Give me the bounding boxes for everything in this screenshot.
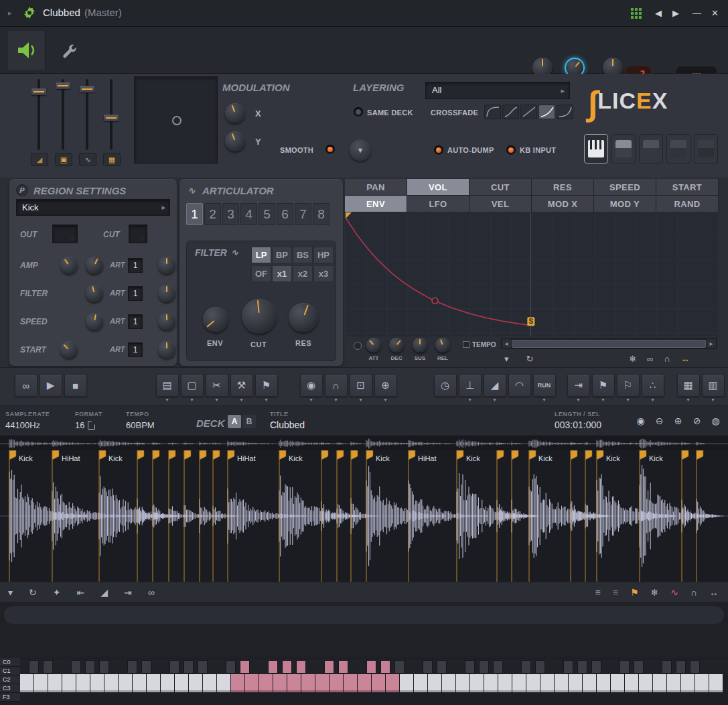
articulator-slot-6[interactable]: 6 [277, 203, 293, 225]
white-key[interactable] [90, 674, 104, 692]
white-key[interactable] [414, 674, 427, 692]
white-key[interactable] [442, 674, 455, 692]
layout-4-button[interactable] [666, 134, 690, 164]
black-key[interactable] [169, 660, 179, 674]
scrollbar-thumb[interactable] [512, 340, 706, 348]
toolbar-add-marker-button[interactable]: ⚑ [592, 374, 615, 397]
black-key[interactable] [71, 660, 81, 674]
toolbar-cut-button[interactable]: ✂ [206, 374, 228, 397]
xy-pad-handle[interactable] [172, 116, 181, 125]
articulator-slot-4[interactable]: 4 [240, 203, 257, 225]
attack-knob[interactable] [366, 338, 381, 352]
refresh-icon[interactable]: ↻ [526, 354, 534, 364]
modulation-y-knob[interactable] [225, 131, 245, 151]
toolbar-declick-menu-arrow[interactable]: ▾ [309, 397, 312, 403]
articulator-slot-7[interactable]: 7 [295, 203, 311, 225]
toolbar-loop-mode-button[interactable]: ∞ [15, 374, 38, 397]
white-key[interactable] [555, 674, 568, 692]
markers-icon[interactable]: ⚑ [630, 585, 639, 600]
slice-list-icon[interactable]: ≡ [595, 585, 601, 600]
envelope-tab-rand[interactable]: RAND [656, 196, 719, 212]
articulator-editor-strip[interactable] [4, 606, 724, 624]
slider-handle[interactable] [80, 86, 94, 92]
toolbar-tools-menu-arrow[interactable]: ▾ [240, 397, 242, 403]
amp-level-knob[interactable] [86, 257, 103, 274]
level-slider[interactable] [55, 79, 71, 150]
white-key[interactable] [119, 674, 132, 692]
tempo-checkbox[interactable] [463, 341, 469, 348]
window-menu-icon[interactable]: ▸ [8, 9, 12, 17]
oversampling-x3-button[interactable]: x3 [313, 265, 334, 282]
toolbar-play-button[interactable]: ▶ [40, 374, 62, 397]
envelope-tab-mod-y[interactable]: MOD Y [594, 196, 656, 212]
white-key[interactable] [358, 674, 371, 692]
toolbar-preview-button[interactable]: ◷ [434, 374, 457, 397]
crossfade-curve-5-button[interactable] [557, 105, 573, 119]
layout-5-button[interactable] [694, 134, 718, 164]
slice-marker[interactable] [697, 450, 703, 460]
slice-marker[interactable] [682, 450, 688, 460]
black-key[interactable] [338, 660, 348, 674]
next-marker-icon[interactable]: ⇥ [124, 585, 132, 600]
black-key[interactable] [43, 660, 53, 674]
articulator-slot-8[interactable]: 8 [313, 203, 330, 225]
disk-spin-icon[interactable]: ◉ [634, 414, 648, 428]
slice-marker[interactable] [351, 450, 358, 460]
slice-marker[interactable] [52, 450, 59, 460]
amp-art-knob[interactable] [158, 257, 175, 274]
toolbar-new-document-menu-arrow[interactable]: ▾ [190, 397, 193, 403]
detached-icon[interactable] [631, 8, 642, 19]
white-key[interactable] [217, 674, 230, 692]
white-key[interactable] [512, 674, 526, 692]
black-key[interactable] [662, 660, 672, 674]
xy-modulation-pad[interactable] [134, 76, 218, 164]
black-key[interactable] [324, 660, 334, 674]
black-key[interactable] [366, 660, 376, 674]
white-key[interactable] [48, 674, 62, 692]
toolbar-marker-button[interactable]: ⚑ [255, 374, 278, 397]
white-key[interactable] [273, 674, 287, 692]
level-slider[interactable] [79, 79, 95, 150]
envelope-tab-mod-x[interactable]: MOD X [532, 196, 594, 212]
black-key[interactable] [676, 660, 686, 674]
layout-2-button[interactable] [611, 134, 636, 164]
slice-marker[interactable] [137, 450, 144, 460]
slide-icon[interactable]: ∿ [670, 585, 678, 600]
black-key[interactable] [184, 660, 194, 674]
toolbar-marker-menu-arrow[interactable]: ▾ [265, 397, 267, 403]
white-key[interactable] [597, 674, 610, 692]
black-key[interactable] [282, 660, 292, 674]
slip-edit-icon[interactable]: ✦ [53, 585, 61, 600]
region-dropdown[interactable]: Kick ▸ [16, 199, 170, 216]
white-key[interactable] [667, 674, 680, 692]
layout-3-button[interactable] [639, 134, 663, 164]
white-key[interactable] [231, 674, 244, 692]
slice-marker[interactable] [99, 450, 106, 460]
white-key[interactable] [330, 674, 343, 692]
toolbar-run-script-button[interactable]: RUN [533, 374, 556, 397]
crossfade-curve-2-button[interactable] [502, 105, 519, 119]
same-deck-radio[interactable] [354, 107, 363, 117]
toolbar-tools-button[interactable]: ⚒ [230, 374, 253, 397]
next-preset-button[interactable]: ▶ [672, 8, 679, 18]
speed-art-knob[interactable] [158, 313, 175, 330]
toolbar-cut-menu-arrow[interactable]: ▾ [215, 397, 218, 403]
envelope-tab-start[interactable]: START [656, 179, 719, 196]
white-key[interactable] [287, 674, 301, 692]
white-key[interactable] [301, 674, 315, 692]
keys-mode-button[interactable]: ▦ [103, 153, 121, 166]
slice-marker[interactable] [366, 450, 373, 460]
slice-marker[interactable] [497, 450, 504, 460]
envelope-tab-env[interactable]: ENV [345, 196, 407, 212]
black-key[interactable] [296, 660, 306, 674]
amp-pan-knob[interactable] [60, 257, 78, 274]
black-key[interactable] [85, 660, 95, 674]
waveform-editor[interactable]: KickHiHatKickHiHatKickKickHiHatKickKickK… [0, 450, 728, 582]
white-key[interactable] [34, 674, 48, 692]
envelope-tab-lfo[interactable]: LFO [407, 196, 469, 212]
white-key[interactable] [189, 674, 202, 692]
black-key[interactable] [127, 660, 137, 674]
sustain-knob[interactable] [413, 338, 427, 352]
slice-marker[interactable] [9, 450, 16, 460]
toolbar-normalize-button[interactable]: ⊥ [459, 374, 482, 397]
